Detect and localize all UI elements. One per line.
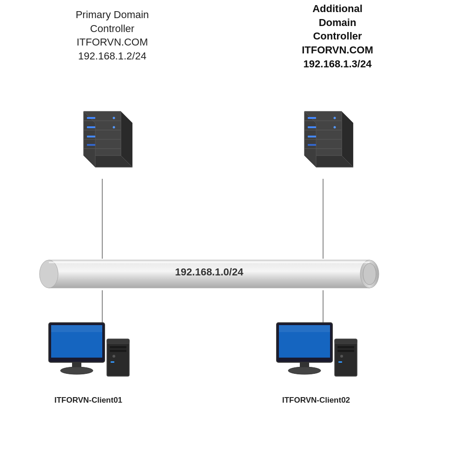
- primary-dc-label: Primary Domain Controller ITFORVN.COM 19…: [45, 8, 180, 63]
- additional-ip: 192.168.1.3/24: [304, 58, 372, 70]
- svg-rect-41: [107, 339, 129, 344]
- svg-rect-37: [51, 325, 102, 332]
- client2-label: ITFORVN-Client02: [270, 396, 363, 405]
- svg-rect-24: [308, 117, 316, 119]
- svg-point-14: [113, 126, 115, 129]
- client2-icon: ITFORVN-Client02: [270, 320, 363, 405]
- svg-point-55: [340, 355, 343, 358]
- svg-rect-48: [279, 325, 330, 332]
- additional-title-line4: ITFORVN.COM: [302, 44, 373, 56]
- svg-rect-54: [337, 350, 354, 352]
- svg-rect-52: [335, 339, 357, 344]
- primary-ip: 192.168.1.2/24: [78, 50, 146, 62]
- svg-rect-9: [87, 117, 95, 119]
- primary-title-line2: Controller: [90, 23, 134, 34]
- svg-rect-26: [308, 136, 316, 137]
- svg-rect-43: [110, 350, 126, 352]
- svg-rect-42: [110, 346, 126, 348]
- svg-rect-27: [308, 144, 316, 146]
- svg-rect-12: [87, 144, 95, 146]
- client1-name: ITFORVN-Client01: [54, 396, 122, 405]
- additional-dc-label: Additional Domain Controller ITFORVN.COM…: [277, 2, 398, 71]
- svg-rect-56: [338, 361, 342, 363]
- primary-server-to-network-line: [102, 179, 103, 259]
- svg-point-44: [112, 355, 115, 358]
- client1-label: ITFORVN-Client01: [42, 396, 135, 405]
- client2-name: ITFORVN-Client02: [282, 396, 350, 405]
- additional-title-line1: Additional: [312, 3, 363, 14]
- svg-rect-10: [87, 126, 95, 128]
- network-ip-label: 192.168.1.0/24: [175, 266, 244, 278]
- svg-point-28: [334, 117, 336, 119]
- client1-icon: ITFORVN-Client01: [42, 320, 135, 405]
- network-label: 192.168.1.0/24: [149, 266, 270, 278]
- primary-server-icon: [72, 107, 132, 181]
- svg-point-39: [60, 367, 93, 374]
- svg-rect-40: [107, 339, 129, 376]
- primary-title-line3: ITFORVN.COM: [77, 36, 148, 48]
- svg-point-31: [40, 260, 58, 288]
- svg-point-50: [288, 367, 321, 374]
- svg-point-33: [363, 263, 376, 285]
- additional-title-line2: Domain: [319, 17, 357, 28]
- additional-title-line3: Controller: [313, 30, 362, 42]
- additional-server-to-network-line: [323, 179, 324, 259]
- svg-point-29: [334, 126, 336, 129]
- additional-server-icon: [293, 107, 353, 181]
- svg-rect-11: [87, 136, 95, 137]
- svg-point-13: [113, 117, 115, 119]
- svg-rect-53: [337, 346, 354, 348]
- network-diagram: Primary Domain Controller ITFORVN.COM 19…: [0, 0, 476, 457]
- svg-rect-25: [308, 126, 316, 128]
- svg-rect-51: [335, 339, 357, 376]
- primary-title-line1: Primary Domain: [76, 9, 149, 20]
- svg-rect-45: [111, 361, 114, 363]
